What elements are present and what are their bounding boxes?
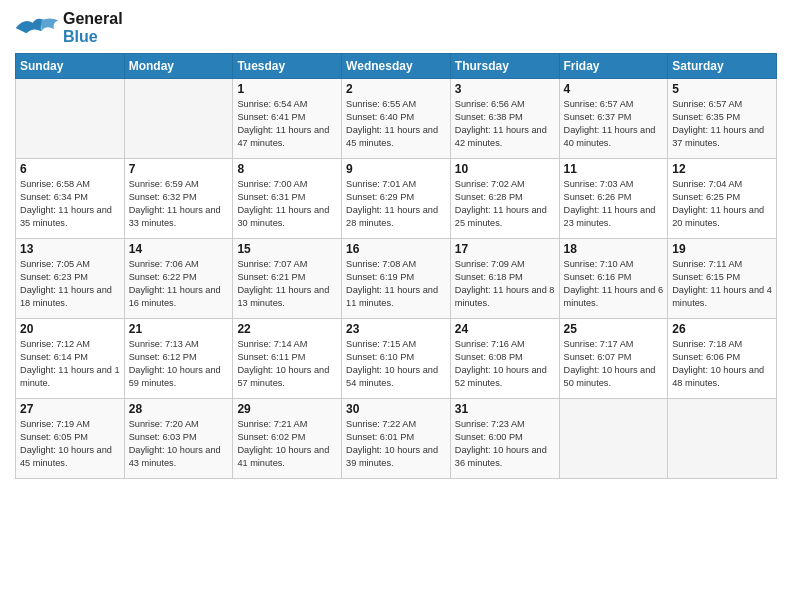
day-info: Sunrise: 7:19 AM Sunset: 6:05 PM Dayligh… <box>20 418 120 470</box>
day-number: 7 <box>129 162 229 176</box>
calendar-table: SundayMondayTuesdayWednesdayThursdayFrid… <box>15 53 777 479</box>
col-header-tuesday: Tuesday <box>233 54 342 79</box>
week-row-5: 27Sunrise: 7:19 AM Sunset: 6:05 PM Dayli… <box>16 399 777 479</box>
day-info: Sunrise: 7:17 AM Sunset: 6:07 PM Dayligh… <box>564 338 664 390</box>
day-cell: 22Sunrise: 7:14 AM Sunset: 6:11 PM Dayli… <box>233 319 342 399</box>
col-header-thursday: Thursday <box>450 54 559 79</box>
day-cell: 23Sunrise: 7:15 AM Sunset: 6:10 PM Dayli… <box>342 319 451 399</box>
logo-line2: Blue <box>63 28 123 46</box>
logo: GeneralBlue <box>15 10 123 45</box>
day-info: Sunrise: 6:57 AM Sunset: 6:37 PM Dayligh… <box>564 98 664 150</box>
day-number: 2 <box>346 82 446 96</box>
day-number: 9 <box>346 162 446 176</box>
day-number: 6 <box>20 162 120 176</box>
day-info: Sunrise: 6:59 AM Sunset: 6:32 PM Dayligh… <box>129 178 229 230</box>
day-info: Sunrise: 7:08 AM Sunset: 6:19 PM Dayligh… <box>346 258 446 310</box>
day-cell <box>668 399 777 479</box>
day-number: 15 <box>237 242 337 256</box>
day-number: 20 <box>20 322 120 336</box>
day-number: 26 <box>672 322 772 336</box>
day-number: 25 <box>564 322 664 336</box>
day-number: 4 <box>564 82 664 96</box>
week-row-2: 6Sunrise: 6:58 AM Sunset: 6:34 PM Daylig… <box>16 159 777 239</box>
day-cell: 9Sunrise: 7:01 AM Sunset: 6:29 PM Daylig… <box>342 159 451 239</box>
day-info: Sunrise: 7:22 AM Sunset: 6:01 PM Dayligh… <box>346 418 446 470</box>
day-cell: 6Sunrise: 6:58 AM Sunset: 6:34 PM Daylig… <box>16 159 125 239</box>
day-info: Sunrise: 6:56 AM Sunset: 6:38 PM Dayligh… <box>455 98 555 150</box>
day-number: 11 <box>564 162 664 176</box>
day-info: Sunrise: 6:58 AM Sunset: 6:34 PM Dayligh… <box>20 178 120 230</box>
col-header-wednesday: Wednesday <box>342 54 451 79</box>
day-number: 5 <box>672 82 772 96</box>
day-cell: 21Sunrise: 7:13 AM Sunset: 6:12 PM Dayli… <box>124 319 233 399</box>
calendar-header: SundayMondayTuesdayWednesdayThursdayFrid… <box>16 54 777 79</box>
day-cell <box>16 79 125 159</box>
col-header-sunday: Sunday <box>16 54 125 79</box>
day-cell <box>559 399 668 479</box>
day-info: Sunrise: 6:57 AM Sunset: 6:35 PM Dayligh… <box>672 98 772 150</box>
day-info: Sunrise: 7:07 AM Sunset: 6:21 PM Dayligh… <box>237 258 337 310</box>
day-info: Sunrise: 6:54 AM Sunset: 6:41 PM Dayligh… <box>237 98 337 150</box>
day-number: 18 <box>564 242 664 256</box>
day-cell: 7Sunrise: 6:59 AM Sunset: 6:32 PM Daylig… <box>124 159 233 239</box>
day-info: Sunrise: 7:02 AM Sunset: 6:28 PM Dayligh… <box>455 178 555 230</box>
logo-bird-icon <box>15 12 59 44</box>
day-number: 13 <box>20 242 120 256</box>
day-cell: 5Sunrise: 6:57 AM Sunset: 6:35 PM Daylig… <box>668 79 777 159</box>
day-number: 1 <box>237 82 337 96</box>
week-row-4: 20Sunrise: 7:12 AM Sunset: 6:14 PM Dayli… <box>16 319 777 399</box>
col-header-saturday: Saturday <box>668 54 777 79</box>
day-number: 19 <box>672 242 772 256</box>
day-cell: 2Sunrise: 6:55 AM Sunset: 6:40 PM Daylig… <box>342 79 451 159</box>
day-number: 17 <box>455 242 555 256</box>
day-info: Sunrise: 7:09 AM Sunset: 6:18 PM Dayligh… <box>455 258 555 310</box>
day-cell: 14Sunrise: 7:06 AM Sunset: 6:22 PM Dayli… <box>124 239 233 319</box>
day-info: Sunrise: 7:03 AM Sunset: 6:26 PM Dayligh… <box>564 178 664 230</box>
day-info: Sunrise: 7:00 AM Sunset: 6:31 PM Dayligh… <box>237 178 337 230</box>
week-row-1: 1Sunrise: 6:54 AM Sunset: 6:41 PM Daylig… <box>16 79 777 159</box>
day-cell: 20Sunrise: 7:12 AM Sunset: 6:14 PM Dayli… <box>16 319 125 399</box>
day-cell: 4Sunrise: 6:57 AM Sunset: 6:37 PM Daylig… <box>559 79 668 159</box>
day-number: 3 <box>455 82 555 96</box>
day-number: 27 <box>20 402 120 416</box>
day-info: Sunrise: 7:21 AM Sunset: 6:02 PM Dayligh… <box>237 418 337 470</box>
day-info: Sunrise: 7:18 AM Sunset: 6:06 PM Dayligh… <box>672 338 772 390</box>
calendar-body: 1Sunrise: 6:54 AM Sunset: 6:41 PM Daylig… <box>16 79 777 479</box>
day-info: Sunrise: 7:12 AM Sunset: 6:14 PM Dayligh… <box>20 338 120 390</box>
day-info: Sunrise: 7:14 AM Sunset: 6:11 PM Dayligh… <box>237 338 337 390</box>
day-number: 31 <box>455 402 555 416</box>
day-number: 8 <box>237 162 337 176</box>
day-cell: 26Sunrise: 7:18 AM Sunset: 6:06 PM Dayli… <box>668 319 777 399</box>
day-cell: 15Sunrise: 7:07 AM Sunset: 6:21 PM Dayli… <box>233 239 342 319</box>
logo-line1: General <box>63 10 123 28</box>
day-cell: 27Sunrise: 7:19 AM Sunset: 6:05 PM Dayli… <box>16 399 125 479</box>
col-header-monday: Monday <box>124 54 233 79</box>
day-cell: 29Sunrise: 7:21 AM Sunset: 6:02 PM Dayli… <box>233 399 342 479</box>
col-header-friday: Friday <box>559 54 668 79</box>
day-cell: 16Sunrise: 7:08 AM Sunset: 6:19 PM Dayli… <box>342 239 451 319</box>
day-number: 10 <box>455 162 555 176</box>
day-cell: 24Sunrise: 7:16 AM Sunset: 6:08 PM Dayli… <box>450 319 559 399</box>
day-cell: 18Sunrise: 7:10 AM Sunset: 6:16 PM Dayli… <box>559 239 668 319</box>
day-info: Sunrise: 7:13 AM Sunset: 6:12 PM Dayligh… <box>129 338 229 390</box>
day-info: Sunrise: 7:10 AM Sunset: 6:16 PM Dayligh… <box>564 258 664 310</box>
day-cell: 17Sunrise: 7:09 AM Sunset: 6:18 PM Dayli… <box>450 239 559 319</box>
day-cell <box>124 79 233 159</box>
day-number: 24 <box>455 322 555 336</box>
day-cell: 3Sunrise: 6:56 AM Sunset: 6:38 PM Daylig… <box>450 79 559 159</box>
day-cell: 8Sunrise: 7:00 AM Sunset: 6:31 PM Daylig… <box>233 159 342 239</box>
day-info: Sunrise: 7:04 AM Sunset: 6:25 PM Dayligh… <box>672 178 772 230</box>
day-info: Sunrise: 7:23 AM Sunset: 6:00 PM Dayligh… <box>455 418 555 470</box>
day-number: 28 <box>129 402 229 416</box>
header-row: SundayMondayTuesdayWednesdayThursdayFrid… <box>16 54 777 79</box>
day-number: 14 <box>129 242 229 256</box>
day-cell: 10Sunrise: 7:02 AM Sunset: 6:28 PM Dayli… <box>450 159 559 239</box>
day-cell: 31Sunrise: 7:23 AM Sunset: 6:00 PM Dayli… <box>450 399 559 479</box>
day-info: Sunrise: 7:16 AM Sunset: 6:08 PM Dayligh… <box>455 338 555 390</box>
day-number: 21 <box>129 322 229 336</box>
day-number: 30 <box>346 402 446 416</box>
day-number: 22 <box>237 322 337 336</box>
day-cell: 12Sunrise: 7:04 AM Sunset: 6:25 PM Dayli… <box>668 159 777 239</box>
day-cell: 11Sunrise: 7:03 AM Sunset: 6:26 PM Dayli… <box>559 159 668 239</box>
day-cell: 30Sunrise: 7:22 AM Sunset: 6:01 PM Dayli… <box>342 399 451 479</box>
